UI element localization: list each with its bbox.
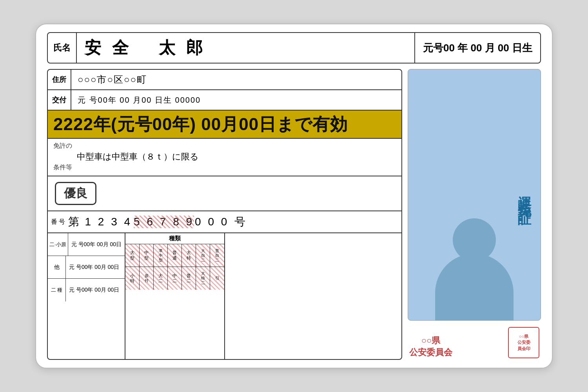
right-side: 運転免許証 ○○県 公安委員会 ○○県 公安委 員会印 <box>408 69 541 360</box>
date-value-2: 元 号00年 00月 00日 <box>66 264 122 271</box>
cat-chunin: 中二 <box>168 267 182 290</box>
category-section: 種類 大型 中型 準中型 普通 大特 大自二 普自二 小特 原付 大二 <box>125 233 225 359</box>
cat-hiku: 引 <box>210 267 224 290</box>
cat-daini: 大二 <box>154 267 168 290</box>
date-label-1: 二·小原 <box>48 233 68 256</box>
top-section: 氏名 安 全 太 郎 元号00 年 00 月 00 日生 <box>47 32 541 64</box>
conditions-section: 免許の 中型車は中型車（８ｔ）に限る 条件等 <box>48 139 401 176</box>
date-value-1: 元 号00年 00月 00日 <box>68 241 125 248</box>
gold-badge: 優良 <box>55 182 96 205</box>
address-value: ○○○市○区○○町 <box>71 73 147 86</box>
silhouette-body <box>435 254 514 320</box>
license-title-container: 運転免許証 <box>515 69 534 320</box>
license-title-text: 運転免許証 <box>515 185 534 205</box>
cat-futsu: 普通 <box>168 244 182 267</box>
expiry-row: 2222年(元号00年) 00月00日まで有効 <box>48 111 401 139</box>
issue-row: 交付 元 号00年 00 月00 日生 00000 <box>48 90 401 111</box>
cat-fujutsuni: 普二 <box>182 267 196 290</box>
cat-daijini: 大自二 <box>196 244 210 267</box>
cat-chukata: 中型 <box>140 244 154 267</box>
address-row: 住所 ○○○市○区○○町 <box>48 70 401 90</box>
number-suffix: 号 <box>234 214 245 229</box>
date-row-1: 二·小原 元 号00年 00月 00日 <box>48 233 125 256</box>
stamp: ○○県 公安委 員会印 <box>508 327 539 358</box>
expiry-text: 2222年(元号00年) 00月00日まで有効 <box>53 113 348 136</box>
number-digits-plain2: 0 0 0 <box>195 216 229 228</box>
conditions-value: 中型車は中型車（８ｔ）に限る <box>53 151 396 163</box>
category-label: 種類 <box>125 233 224 244</box>
license-card: 氏名 安 全 太 郎 元号00 年 00 月 00 日生 住所 ○○○市○区○○… <box>35 24 553 368</box>
number-label: 番 号 <box>51 218 65 226</box>
date-label-2: 他 <box>48 256 66 278</box>
name-value: 安 全 太 郎 <box>77 37 414 59</box>
cat-okata: 大型 <box>125 244 140 267</box>
number-digits-hatched: 5 6 7 8 9 <box>134 216 194 228</box>
date-row-2: 他 元 号00年 00月 00日 <box>48 256 125 279</box>
conditions-label2: 条件等 <box>53 163 396 172</box>
bottom-right-area: ○○県 公安委員会 ○○県 公安委 員会印 <box>408 324 541 360</box>
number-prefix: 第 <box>68 214 79 229</box>
birthdate-value: 元号00 年 00 月 00 日生 <box>414 33 540 63</box>
date-row-3: 二 種 元 号00年 00月 00日 <box>48 279 125 301</box>
address-label: 住所 <box>48 70 71 89</box>
cat-junchukata: 準中型 <box>154 244 168 267</box>
bottom-table: 二·小原 元 号00年 00月 00日 他 元 号00年 00月 00日 二 種… <box>48 233 401 359</box>
date-columns: 二·小原 元 号00年 00月 00日 他 元 号00年 00月 00日 二 種… <box>48 233 125 359</box>
date-value-3: 元 号00年 00月 00日 <box>66 287 122 294</box>
number-row: 番 号 第 1 2 3 4 5 6 7 8 9 0 0 0 号 <box>48 211 401 233</box>
number-digits-plain: 1 2 3 4 <box>85 216 132 228</box>
issue-label: 交付 <box>48 90 71 110</box>
cat-daitokuni: 大特二 <box>196 267 210 290</box>
name-label: 氏名 <box>48 33 77 63</box>
badge-section: 優良 <box>48 176 401 211</box>
issue-date: 元 号00年 00 月00 日生 00000 <box>71 95 201 105</box>
cat-fujini: 普自二 <box>210 244 224 267</box>
cat-otoku: 大特 <box>182 244 196 267</box>
date-label-3: 二 種 <box>48 279 66 301</box>
left-side: 住所 ○○○市○区○○町 交付 元 号00年 00 月00 日生 00000 2… <box>47 69 402 360</box>
authority-text: ○○県 公安委員会 <box>409 335 452 358</box>
cat-kotoku: 小特 <box>125 267 140 290</box>
main-body: 住所 ○○○市○区○○町 交付 元 号00年 00 月00 日生 00000 2… <box>47 69 541 360</box>
conditions-label: 免許の <box>53 142 396 150</box>
photo-area: 運転免許証 <box>408 69 541 321</box>
cat-genfu: 原付 <box>140 267 154 290</box>
category-grid: 大型 中型 準中型 普通 大特 大自二 普自二 小特 原付 大二 中二 普二 大… <box>125 244 224 359</box>
silhouette <box>435 218 514 320</box>
